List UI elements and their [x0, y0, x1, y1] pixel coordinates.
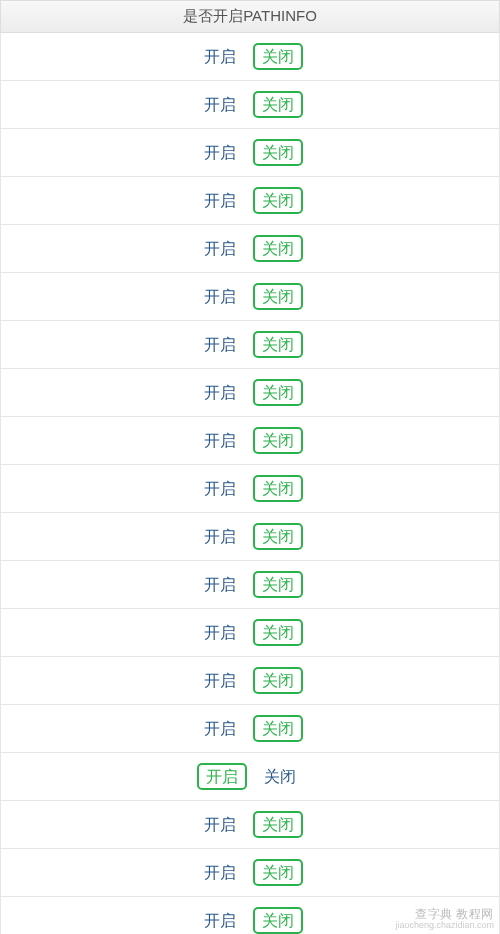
toggle-off-option[interactable]: 关闭 [253, 427, 303, 454]
toggle-off-option[interactable]: 关闭 [253, 43, 303, 70]
table-row: 开启关闭 [0, 81, 500, 129]
toggle-on-option[interactable]: 开启 [197, 429, 243, 452]
toggle-on-option[interactable]: 开启 [197, 717, 243, 740]
table-row: 开启关闭 [0, 561, 500, 609]
table-row: 开启关闭 [0, 705, 500, 753]
table-row: 开启关闭 [0, 849, 500, 897]
table-row: 开启关闭 [0, 753, 500, 801]
toggle-off-option[interactable]: 关闭 [253, 139, 303, 166]
toggle-on-option[interactable]: 开启 [197, 93, 243, 116]
toggle-off-option[interactable]: 关闭 [253, 811, 303, 838]
table-row: 开启关闭 [0, 657, 500, 705]
table-row: 开启关闭 [0, 465, 500, 513]
toggle-off-option[interactable]: 关闭 [253, 715, 303, 742]
toggle-on-option[interactable]: 开启 [197, 381, 243, 404]
table-row: 开启关闭 [0, 129, 500, 177]
toggle-off-option[interactable]: 关闭 [253, 331, 303, 358]
column-header: 是否开启PATHINFO [0, 0, 500, 33]
table-row: 开启关闭 [0, 417, 500, 465]
table-row: 开启关闭 [0, 513, 500, 561]
toggle-on-option[interactable]: 开启 [197, 861, 243, 884]
table-row: 开启关闭 [0, 321, 500, 369]
toggle-on-option[interactable]: 开启 [197, 621, 243, 644]
toggle-on-option[interactable]: 开启 [197, 813, 243, 836]
table-row: 开启关闭 [0, 177, 500, 225]
table-row: 开启关闭 [0, 273, 500, 321]
rows-container: 开启关闭开启关闭开启关闭开启关闭开启关闭开启关闭开启关闭开启关闭开启关闭开启关闭… [0, 33, 500, 934]
toggle-off-option[interactable]: 关闭 [257, 765, 303, 788]
toggle-off-option[interactable]: 关闭 [253, 571, 303, 598]
toggle-on-option[interactable]: 开启 [197, 525, 243, 548]
table-row: 开启关闭 [0, 225, 500, 273]
toggle-on-option[interactable]: 开启 [197, 189, 243, 212]
toggle-off-option[interactable]: 关闭 [253, 283, 303, 310]
toggle-on-option[interactable]: 开启 [197, 669, 243, 692]
toggle-on-option[interactable]: 开启 [197, 477, 243, 500]
toggle-on-option[interactable]: 开启 [197, 285, 243, 308]
toggle-on-option[interactable]: 开启 [197, 763, 247, 790]
table-row: 开启关闭 [0, 897, 500, 934]
toggle-off-option[interactable]: 关闭 [253, 91, 303, 118]
table-row: 开启关闭 [0, 33, 500, 81]
table-row: 开启关闭 [0, 609, 500, 657]
toggle-off-option[interactable]: 关闭 [253, 907, 303, 934]
toggle-off-option[interactable]: 关闭 [253, 523, 303, 550]
toggle-on-option[interactable]: 开启 [197, 237, 243, 260]
column-header-text: 是否开启PATHINFO [183, 7, 317, 24]
toggle-off-option[interactable]: 关闭 [253, 235, 303, 262]
toggle-off-option[interactable]: 关闭 [253, 619, 303, 646]
toggle-off-option[interactable]: 关闭 [253, 667, 303, 694]
toggle-on-option[interactable]: 开启 [197, 45, 243, 68]
toggle-off-option[interactable]: 关闭 [253, 859, 303, 886]
toggle-on-option[interactable]: 开启 [197, 333, 243, 356]
toggle-on-option[interactable]: 开启 [197, 573, 243, 596]
toggle-off-option[interactable]: 关闭 [253, 475, 303, 502]
toggle-on-option[interactable]: 开启 [197, 141, 243, 164]
toggle-off-option[interactable]: 关闭 [253, 379, 303, 406]
toggle-on-option[interactable]: 开启 [197, 909, 243, 932]
table-row: 开启关闭 [0, 801, 500, 849]
table-row: 开启关闭 [0, 369, 500, 417]
toggle-off-option[interactable]: 关闭 [253, 187, 303, 214]
